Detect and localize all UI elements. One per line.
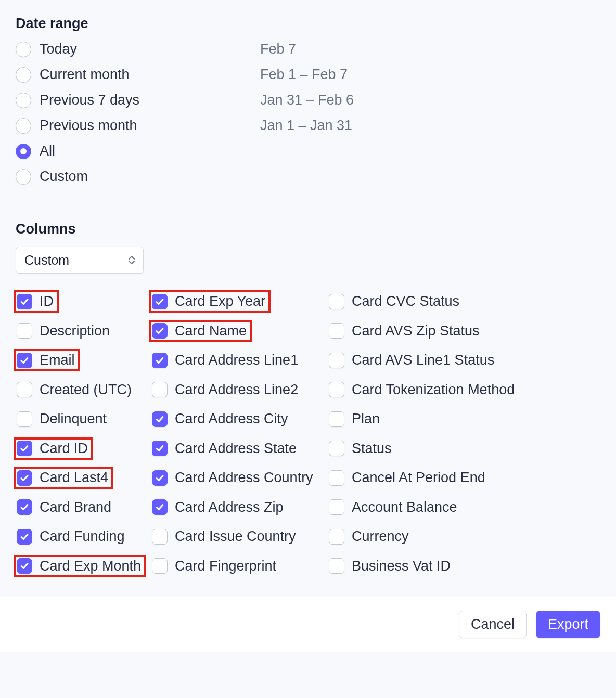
radio-prev7[interactable] bbox=[16, 93, 31, 108]
checkbox-label: Card Address Line1 bbox=[175, 352, 298, 368]
checkbox-card-exp-month[interactable] bbox=[17, 558, 32, 574]
checkbox-label: Delinquent bbox=[40, 411, 107, 427]
date-range-option-prev7[interactable]: Previous 7 daysJan 31 – Feb 6 bbox=[16, 92, 600, 108]
checkbox-status[interactable] bbox=[329, 441, 344, 456]
checkbox-card-fingerprint[interactable] bbox=[152, 558, 168, 574]
checkbox-plan[interactable] bbox=[329, 411, 344, 427]
column-option-card-token-method[interactable]: Card Tokenization Method bbox=[328, 381, 518, 399]
checkbox-card-last4[interactable] bbox=[17, 470, 32, 486]
checkbox-card-id[interactable] bbox=[17, 441, 32, 456]
column-option-card-fingerprint[interactable]: Card Fingerprint bbox=[151, 557, 279, 575]
columns-grid: IDCard Exp YearCard CVC StatusDescriptio… bbox=[16, 292, 600, 576]
column-option-account-balance[interactable]: Account Balance bbox=[328, 498, 460, 516]
checkbox-card-cvc-status[interactable] bbox=[329, 294, 344, 309]
column-option-business-vat-id[interactable]: Business Vat ID bbox=[328, 557, 454, 575]
column-option-delinquent[interactable]: Delinquent bbox=[16, 410, 110, 428]
columns-preset-value: Custom bbox=[24, 253, 69, 268]
column-option-email[interactable]: Email bbox=[16, 351, 78, 369]
date-range-option-all[interactable]: All bbox=[16, 143, 600, 159]
export-button[interactable]: Export bbox=[536, 611, 600, 638]
column-option-card-cvc-status[interactable]: Card CVC Status bbox=[328, 292, 463, 311]
column-option-card-last4[interactable]: Card Last4 bbox=[16, 469, 111, 487]
column-option-card-funding[interactable]: Card Funding bbox=[16, 527, 128, 546]
radio-date-value: Feb 1 – Feb 7 bbox=[260, 67, 348, 83]
checkbox-card-issue-country[interactable] bbox=[152, 529, 168, 545]
checkbox-card-addr-city[interactable] bbox=[152, 411, 168, 427]
column-option-card-addr-line2[interactable]: Card Address Line2 bbox=[151, 381, 301, 399]
date-range-option-month[interactable]: Current monthFeb 1 – Feb 7 bbox=[16, 67, 600, 83]
checkbox-card-funding[interactable] bbox=[17, 529, 32, 545]
dialog-footer: Cancel Export bbox=[0, 597, 616, 652]
checkbox-card-token-method[interactable] bbox=[329, 382, 344, 397]
column-option-currency[interactable]: Currency bbox=[328, 527, 412, 546]
checkbox-label: Created (UTC) bbox=[40, 382, 132, 398]
export-dialog-body: Date range TodayFeb 7Current monthFeb 1 … bbox=[0, 0, 616, 597]
checkbox-description[interactable] bbox=[17, 323, 32, 339]
checkbox-email[interactable] bbox=[17, 353, 32, 368]
cancel-button[interactable]: Cancel bbox=[459, 611, 527, 638]
date-range-option-today[interactable]: TodayFeb 7 bbox=[16, 41, 600, 57]
checkbox-card-brand[interactable] bbox=[17, 499, 32, 515]
checkbox-card-addr-country[interactable] bbox=[152, 470, 168, 486]
column-option-card-addr-zip[interactable]: Card Address Zip bbox=[151, 498, 287, 516]
checkbox-currency[interactable] bbox=[329, 529, 344, 545]
date-range-option-custom[interactable]: Custom bbox=[16, 169, 600, 185]
checkbox-id[interactable] bbox=[17, 294, 32, 309]
radio-label: Previous month bbox=[40, 118, 137, 134]
checkbox-card-name[interactable] bbox=[152, 323, 168, 339]
date-range-option-prevmo[interactable]: Previous monthJan 1 – Jan 31 bbox=[16, 118, 600, 134]
column-option-card-issue-country[interactable]: Card Issue Country bbox=[151, 527, 299, 546]
column-option-card-avs-line1[interactable]: Card AVS Line1 Status bbox=[328, 351, 497, 369]
column-option-card-exp-year[interactable]: Card Exp Year bbox=[151, 292, 268, 311]
column-option-card-exp-month[interactable]: Card Exp Month bbox=[16, 557, 144, 575]
radio-prevmo[interactable] bbox=[16, 118, 31, 134]
radio-date-value: Feb 7 bbox=[260, 41, 296, 57]
checkbox-business-vat-id[interactable] bbox=[329, 558, 344, 574]
checkbox-label: Card Brand bbox=[40, 499, 111, 515]
checkbox-card-avs-line1[interactable] bbox=[329, 353, 344, 368]
date-range-options: TodayFeb 7Current monthFeb 1 – Feb 7Prev… bbox=[16, 41, 600, 185]
chevron-up-down-icon bbox=[129, 256, 135, 264]
radio-custom[interactable] bbox=[16, 169, 31, 185]
columns-title: Columns bbox=[16, 221, 600, 237]
checkbox-cancel-period-end[interactable] bbox=[329, 470, 344, 486]
checkbox-label: Cancel At Period End bbox=[352, 470, 485, 486]
column-option-card-brand[interactable]: Card Brand bbox=[16, 498, 114, 516]
column-option-card-addr-state[interactable]: Card Address State bbox=[151, 440, 300, 458]
radio-label: Current month bbox=[40, 67, 130, 83]
checkbox-label: Card Fingerprint bbox=[175, 558, 276, 574]
radio-label: Previous 7 days bbox=[40, 92, 139, 108]
column-option-cancel-period-end[interactable]: Cancel At Period End bbox=[328, 469, 489, 487]
checkbox-card-addr-state[interactable] bbox=[152, 441, 168, 456]
checkbox-card-addr-line1[interactable] bbox=[152, 353, 168, 368]
column-option-description[interactable]: Description bbox=[16, 322, 113, 340]
checkbox-label: Card Address City bbox=[175, 411, 288, 427]
column-option-card-addr-city[interactable]: Card Address City bbox=[151, 410, 291, 428]
checkbox-label: Card CVC Status bbox=[352, 293, 459, 309]
checkbox-label: Email bbox=[40, 352, 75, 368]
column-option-status[interactable]: Status bbox=[328, 440, 395, 458]
checkbox-card-exp-year[interactable] bbox=[152, 294, 168, 309]
radio-all[interactable] bbox=[16, 144, 31, 159]
checkbox-created[interactable] bbox=[17, 382, 32, 397]
checkbox-label: Card ID bbox=[40, 441, 88, 457]
checkbox-label: Card Address State bbox=[175, 441, 297, 457]
column-option-created[interactable]: Created (UTC) bbox=[16, 381, 135, 399]
checkbox-label: Card Address Line2 bbox=[175, 382, 298, 398]
checkbox-card-addr-line2[interactable] bbox=[152, 382, 168, 397]
checkbox-card-addr-zip[interactable] bbox=[152, 499, 168, 515]
column-option-card-id[interactable]: Card ID bbox=[16, 440, 91, 458]
checkbox-account-balance[interactable] bbox=[329, 499, 344, 515]
checkbox-label: Card Tokenization Method bbox=[352, 382, 515, 398]
radio-month[interactable] bbox=[16, 67, 31, 83]
column-option-card-addr-country[interactable]: Card Address Country bbox=[151, 469, 316, 487]
columns-preset-select[interactable]: Custom bbox=[16, 247, 144, 274]
checkbox-card-avs-zip[interactable] bbox=[329, 323, 344, 339]
radio-today[interactable] bbox=[16, 42, 31, 57]
checkbox-delinquent[interactable] bbox=[17, 411, 32, 427]
column-option-card-addr-line1[interactable]: Card Address Line1 bbox=[151, 351, 301, 369]
column-option-plan[interactable]: Plan bbox=[328, 410, 383, 428]
column-option-id[interactable]: ID bbox=[16, 292, 57, 311]
column-option-card-name[interactable]: Card Name bbox=[151, 322, 250, 340]
column-option-card-avs-zip[interactable]: Card AVS Zip Status bbox=[328, 322, 483, 340]
